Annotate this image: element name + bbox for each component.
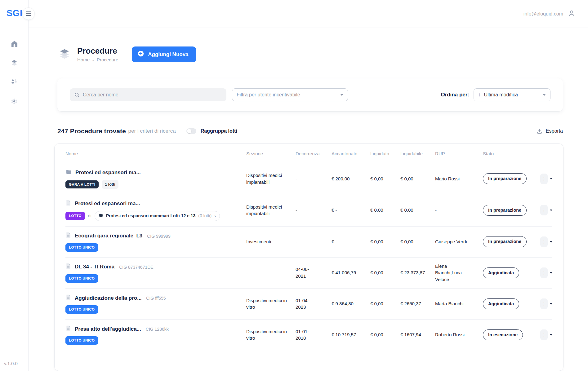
page-title: Procedure (77, 46, 118, 55)
status-badge[interactable]: In esecuzione (483, 329, 523, 340)
parent-procedure-chip[interactable]: Protesi ed espansori mammari Lotti 12 e … (95, 211, 220, 221)
users-icon (10, 78, 19, 88)
status-badge[interactable]: Aggiudicata (483, 267, 519, 278)
table-header-row: Nome Sezione Decorrenza Accantonato Liqu… (65, 144, 552, 163)
group-lots-toggle[interactable] (186, 128, 196, 134)
menu-toggle-button[interactable] (23, 8, 34, 20)
accantonato-cell: € 10.719,57 (332, 331, 370, 338)
row-actions: ⋮ (538, 174, 552, 184)
rup-cell: Elena Bianchi,Luca Veloce (435, 263, 472, 283)
column-header-rup: RUP (435, 151, 483, 156)
type-badge: GARA A LOTTI (65, 180, 99, 189)
row-actions: ⋮ (538, 205, 552, 215)
column-header-sezione: Sezione (246, 151, 296, 156)
decorrenza-cell: 04-06-2021 (296, 266, 320, 280)
gear-icon (10, 97, 19, 107)
chevron-down-icon (543, 94, 546, 96)
row-actions: ⋮ (538, 329, 552, 340)
procedure-name[interactable]: Aggiudicazione della pro... (75, 294, 141, 302)
column-header-liquidato: Liquidato (370, 151, 400, 156)
decorrenza-cell: - (296, 238, 320, 245)
liquidato-cell: € 0,00 (370, 331, 400, 338)
procedure-name[interactable]: Presa atto dell'aggiudica... (75, 325, 141, 333)
breadcrumb: Home - Procedure (77, 57, 118, 62)
rup-cell: Mario Rossi (435, 175, 472, 182)
user-avatar-icon[interactable] (568, 9, 576, 19)
sidebar-item-home[interactable] (9, 39, 20, 50)
kebab-menu-button[interactable]: ⋮ (540, 298, 548, 309)
cig-code: CIG 999999 (147, 233, 171, 239)
row-expand-caret[interactable] (550, 210, 552, 211)
procedure-name[interactable]: Ecografi gara regionale_L3 (75, 232, 142, 240)
row-expand-caret[interactable] (550, 272, 552, 274)
liquidato-cell: € 0,00 (370, 238, 400, 245)
liquidabile-cell: € 2650,37 (400, 300, 435, 307)
row-actions: ⋮ (538, 236, 552, 247)
sidebar-item-procedures[interactable] (9, 58, 20, 69)
liquidabile-cell: € 0,00 (400, 238, 435, 245)
breadcrumb-home[interactable]: Home (77, 57, 90, 62)
cig-code: CIG 1236kk (146, 326, 169, 332)
procedure-name[interactable]: Protesi ed espansori ma... (75, 200, 140, 208)
column-header-nome: Nome (65, 151, 246, 156)
chevron-down-icon (340, 94, 343, 96)
sezione-cell: Dispositivi medici in vitro (246, 328, 296, 342)
stato-cell: Aggiudicata (483, 267, 538, 278)
stato-cell: In preparazione (483, 205, 538, 216)
status-badge[interactable]: In preparazione (483, 205, 527, 216)
kebab-menu-button[interactable]: ⋮ (540, 205, 548, 215)
liquidabile-cell: € 0,00 (400, 207, 435, 214)
sezione-cell: Dispositivi medici impiantabili (246, 204, 296, 217)
file-icon (65, 325, 71, 333)
folder-icon (65, 169, 72, 177)
type-badge: LOTTO (65, 212, 85, 220)
accantonato-cell: € - (332, 238, 370, 245)
sidebar-item-users[interactable] (9, 77, 20, 88)
status-badge[interactable]: Aggiudicata (483, 298, 519, 309)
arrow-down-icon: ↓ (478, 92, 481, 98)
decorrenza-cell: - (296, 175, 320, 182)
sidebar-item-settings[interactable] (9, 97, 20, 107)
export-button[interactable]: Esporta (537, 128, 563, 134)
procedure-name[interactable]: Protesi ed espansori ma... (75, 169, 141, 177)
stato-cell: In preparazione (483, 173, 538, 184)
chevron-right-icon: › (214, 213, 216, 219)
row-expand-caret[interactable] (550, 303, 552, 305)
table-row: Aggiudicazione della pro...CIG fff555LOT… (65, 288, 552, 319)
procedure-name[interactable]: DL 34 - TI Roma (75, 263, 114, 271)
sort-select[interactable]: ↓ Ultima modifica (474, 88, 550, 101)
table-row: Protesi ed espansori ma...GARA A LOTTI1 … (65, 163, 552, 194)
row-expand-caret[interactable] (550, 178, 552, 179)
search-input[interactable] (70, 88, 226, 101)
kebab-menu-button[interactable]: ⋮ (540, 174, 548, 184)
row-expand-caret[interactable] (550, 334, 552, 336)
group-lots-label: Raggruppa lotti (201, 128, 237, 134)
status-badge[interactable]: In preparazione (483, 236, 527, 247)
table-row: DL 34 - TI RomaCIG 87374671DELOTTO UNICO… (65, 257, 552, 288)
stato-cell: In esecuzione (483, 329, 538, 340)
app-logo: SGI (7, 8, 22, 18)
kebab-menu-button[interactable]: ⋮ (540, 329, 548, 340)
sidebar: SGI (0, 0, 29, 371)
type-badge: LOTTO UNICO (65, 274, 98, 283)
row-expand-caret[interactable] (550, 241, 552, 243)
file-icon (65, 200, 71, 208)
results-suffix: per i criteri di ricerca (128, 128, 176, 134)
parent-procedure-name: Protesi ed espansori mammari Lotti 12 e … (106, 213, 196, 219)
accantonato-cell: € 41.006,79 (332, 269, 370, 276)
user-filter-select[interactable]: Filtra per utente incentivabile (232, 88, 348, 101)
liquidato-cell: € 0,00 (370, 300, 400, 307)
topbar: info@eloquid.com (29, 0, 588, 28)
status-badge[interactable]: In preparazione (483, 173, 527, 184)
stato-cell: Aggiudicata (483, 298, 538, 309)
kebab-menu-button[interactable]: ⋮ (540, 267, 548, 278)
cig-code: CIG fff555 (146, 295, 166, 301)
name-cell: DL 34 - TI RomaCIG 87374671DELOTTO UNICO (65, 263, 246, 282)
download-icon (537, 128, 542, 134)
kebab-menu-button[interactable]: ⋮ (540, 236, 548, 247)
add-new-button[interactable]: Aggiungi Nuova (132, 46, 196, 62)
rup-cell: Marta Bianchi (435, 300, 472, 307)
app-version: v.1.0.0 (4, 361, 18, 366)
row-actions: ⋮ (538, 267, 552, 278)
column-header-decorrenza: Decorrenza (296, 151, 332, 156)
